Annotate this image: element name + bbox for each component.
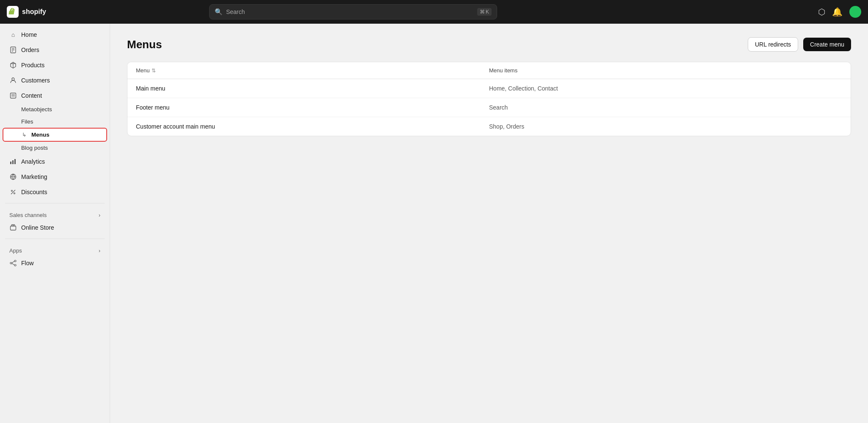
sidebar-item-flow[interactable]: Flow <box>3 255 107 271</box>
topbar-actions: ⬡ 🔔 <box>818 6 861 18</box>
create-menu-button[interactable]: Create menu <box>803 38 851 51</box>
menu-name-customer: Customer account main menu <box>136 123 489 130</box>
topbar: shopify 🔍 Search ⌘ K ⬡ 🔔 <box>0 0 868 24</box>
svg-point-16 <box>11 190 13 192</box>
sidebar-item-marketing-label: Marketing <box>21 173 47 180</box>
flow-icon <box>9 259 17 267</box>
sort-icon[interactable]: ⇅ <box>152 68 156 74</box>
search-bar[interactable]: 🔍 Search ⌘ K <box>209 4 497 19</box>
sidebar-sub-item-files[interactable]: Files <box>3 115 107 128</box>
svg-rect-19 <box>11 226 16 231</box>
col-menu: Menu ⇅ <box>136 67 489 74</box>
sidebar-sub-metaobjects-label: Metaobjects <box>21 106 52 113</box>
svg-rect-13 <box>14 159 16 164</box>
sidebar-item-content[interactable]: Content <box>3 88 107 103</box>
main-content: Menus URL redirects Create menu Menu ⇅ M… <box>110 24 868 423</box>
menu-items-main: Home, Collection, Contact <box>489 85 842 92</box>
online-store-icon <box>9 224 17 231</box>
search-placeholder: Search <box>226 8 474 15</box>
search-shortcut: ⌘ K <box>477 8 492 16</box>
apps-section[interactable]: Apps › <box>0 242 110 255</box>
sidebar-item-products-label: Products <box>21 62 44 69</box>
svg-line-24 <box>12 264 14 265</box>
svg-point-22 <box>14 264 16 266</box>
sidebar-divider-1 <box>5 203 105 203</box>
sidebar-sub-item-blog-posts[interactable]: Blog posts <box>3 142 107 154</box>
sidebar-item-discounts-label: Discounts <box>21 189 47 195</box>
sidebar-divider-2 <box>5 239 105 239</box>
apps-label: Apps <box>9 247 22 254</box>
svg-point-21 <box>14 260 16 262</box>
sidebar-item-analytics-label: Analytics <box>21 158 45 165</box>
sidebar-item-products[interactable]: Products <box>3 58 107 73</box>
svg-point-7 <box>12 78 14 80</box>
sidebar-item-orders-label: Orders <box>21 47 39 53</box>
marketing-icon <box>9 173 17 181</box>
discounts-icon <box>9 188 17 196</box>
sidebar-item-online-store-label: Online Store <box>21 224 54 231</box>
svg-point-17 <box>14 193 15 194</box>
sidebar-sub-blog-posts-label: Blog posts <box>21 145 48 151</box>
content-icon <box>9 92 17 99</box>
col-menu-items: Menu items <box>489 67 842 74</box>
menu-items-footer: Search <box>489 104 842 111</box>
bell-icon[interactable]: 🔔 <box>832 7 843 17</box>
sidebar-item-customers[interactable]: Customers <box>3 73 107 88</box>
page-title: Menus <box>127 38 162 51</box>
orders-icon <box>9 46 17 54</box>
sidebar: ⌂ Home Orders Products Customers C <box>0 24 110 423</box>
sidebar-item-orders[interactable]: Orders <box>3 42 107 58</box>
svg-line-23 <box>12 261 14 263</box>
sidebar-sub-files-label: Files <box>21 118 33 125</box>
sales-channels-label: Sales channels <box>9 212 47 218</box>
menu-name-footer: Footer menu <box>136 104 489 111</box>
app-body: ⌂ Home Orders Products Customers C <box>0 24 868 423</box>
menus-table: Menu ⇅ Menu items ➡ Main menu Home, Coll… <box>127 62 851 136</box>
svg-rect-12 <box>12 160 14 164</box>
header-actions: URL redirects Create menu <box>748 37 851 52</box>
sales-channels-section[interactable]: Sales channels › <box>0 207 110 220</box>
table-row[interactable]: ➡ Main menu Home, Collection, Contact <box>127 79 851 98</box>
search-icon: 🔍 <box>215 8 223 16</box>
apps-chevron: › <box>99 248 100 254</box>
table-row[interactable]: Footer menu Search <box>127 98 851 117</box>
sidebar-sub-item-metaobjects[interactable]: Metaobjects <box>3 103 107 115</box>
menu-items-customer: Shop, Orders <box>489 123 842 130</box>
svg-rect-11 <box>10 162 11 164</box>
table-header: Menu ⇅ Menu items <box>127 62 851 79</box>
sidebar-item-marketing[interactable]: Marketing <box>3 169 107 184</box>
shopify-magic-icon[interactable]: ⬡ <box>818 7 825 17</box>
analytics-icon <box>9 158 17 165</box>
sidebar-item-online-store[interactable]: Online Store <box>3 220 107 235</box>
avatar[interactable] <box>849 6 861 18</box>
svg-point-20 <box>10 262 12 264</box>
table-row[interactable]: Customer account main menu Shop, Orders <box>127 117 851 136</box>
sidebar-item-customers-label: Customers <box>21 77 50 84</box>
sidebar-item-discounts[interactable]: Discounts <box>3 184 107 200</box>
sidebar-item-analytics[interactable]: Analytics <box>3 154 107 169</box>
url-redirects-button[interactable]: URL redirects <box>748 37 798 52</box>
home-icon: ⌂ <box>9 31 17 38</box>
svg-line-18 <box>11 190 15 194</box>
sidebar-sub-item-menus[interactable]: ↳ Menus <box>3 128 107 142</box>
svg-rect-8 <box>11 93 16 98</box>
products-icon <box>9 61 17 69</box>
customers-icon <box>9 77 17 84</box>
sidebar-item-home-label: Home <box>21 31 37 38</box>
shopify-bag-icon <box>7 6 19 18</box>
menu-name-main: Main menu <box>136 85 489 92</box>
sales-channels-chevron: › <box>99 212 100 218</box>
shopify-logo[interactable]: shopify <box>7 6 46 18</box>
logo-text: shopify <box>22 8 46 16</box>
sidebar-item-flow-label: Flow <box>21 260 34 266</box>
page-header: Menus URL redirects Create menu <box>127 37 851 52</box>
sidebar-item-content-label: Content <box>21 92 42 99</box>
sidebar-item-home[interactable]: ⌂ Home <box>3 27 107 42</box>
sidebar-sub-menus-label: Menus <box>31 132 50 138</box>
